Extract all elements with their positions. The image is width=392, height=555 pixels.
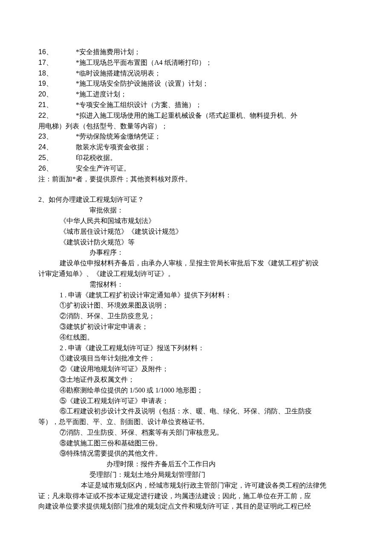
basis-item: 《城市居住设计规范》《建筑设计规范》 — [38, 227, 354, 237]
label-procedure: 办事程序： — [38, 247, 354, 258]
item-number: 20、 — [38, 89, 76, 100]
materials-item: ⑦消防、卫生防疫、环保、档案等有关部门审核意见。 — [38, 427, 354, 438]
item-number: 24、 — [38, 142, 76, 153]
footer-paragraph: 向建设单位要求提供规划部门批准的规划定点文件和规划许可证，其目的是证明此工程已经 — [38, 501, 354, 512]
label-materials: 需报材料： — [38, 279, 354, 290]
list-item: 25、 印花税收据。 — [38, 153, 354, 163]
basis-item: 《中华人民共和国城市规划法》 — [38, 216, 354, 227]
item-text: *专项安全施工组织设计（方案、措施）； — [76, 100, 354, 110]
section-heading: 2、如何办理建设工程规划许可证？ — [38, 195, 354, 205]
list-item: 20、 *施工进度计划； — [38, 89, 354, 100]
item-text: *安全措施费用计划； — [76, 47, 354, 58]
materials-item: ⑤《建设工程规划许可证》申请表； — [38, 396, 354, 407]
item-text: *临时设施搭建情况说明表； — [76, 68, 354, 79]
list-item: 21、 *专项安全施工组织设计（方案、措施）； — [38, 100, 354, 110]
item-text: *拟进入施工现场使用的施工起重机械设备（塔式起重机、物料提升机、外 — [76, 110, 354, 121]
list-item: 16、 *安全措施费用计划； — [38, 47, 354, 58]
item-number: 19、 — [38, 78, 76, 89]
label-basis: 审批依据： — [38, 205, 354, 216]
item-text: *劳动保险统筹金缴纳凭证； — [76, 131, 354, 142]
list-item: 17、 *施工现场总平面布置图（A4 纸清晰打印）； — [38, 58, 354, 68]
item-text: *施工进度计划； — [76, 89, 354, 100]
materials-item: ②《建设用地规划许可证》及附件； — [38, 364, 354, 375]
item-number: 16、 — [38, 47, 76, 58]
item-number: 22、 — [38, 110, 76, 121]
spacer — [38, 184, 354, 195]
item-text: 印花税收据。 — [76, 153, 354, 163]
item-number: 26、 — [38, 163, 76, 174]
note-text: 注：前面加*者，要提供原件；其他资料核对原件。 — [38, 174, 354, 185]
basis-item: 《建筑设计防火规范》等 — [38, 237, 354, 248]
materials-group-heading: 2 . 申请《建设工程规划许可证》报送下列材料： — [38, 343, 354, 354]
item-text: *施工现场总平面布置图（A4 纸清晰打印）； — [76, 58, 354, 68]
list-item: 26、 安全生产许可证。 — [38, 163, 354, 174]
document-page: 16、 *安全措施费用计划； 17、 *施工现场总平面布置图（A4 纸清晰打印）… — [0, 0, 392, 555]
procedure-text: 计审定通知单》、《建设工程规划许可证》。 — [38, 269, 354, 279]
list-item: 23、 *劳动保险统筹金缴纳凭证； — [38, 131, 354, 142]
footer-paragraph: 本证是城市规划区内，经城市规划行政主管部门审定，许可建设各类工程的法律凭 — [38, 480, 354, 491]
item-number: 25、 — [38, 153, 76, 163]
item-continuation: 用电梯）列表（包括型号、数量等内容）； — [38, 121, 354, 132]
time-limit: 办理时限：报件齐备后五个工作日内 — [38, 459, 354, 470]
item-number: 23、 — [38, 131, 76, 142]
materials-group-heading: 1 . 申请《建筑工程扩初设计审定通知单》提供下列材料： — [38, 290, 354, 301]
materials-item: ①扩初设计图、环境效果图及说明； — [38, 300, 354, 311]
item-text: *施工现场安全防护设施搭设（设置）计划； — [76, 78, 354, 89]
materials-item: ⑧建筑施工图三份和基础图三份。 — [38, 438, 354, 449]
materials-item: ③建筑扩初设计审定申请表； — [38, 322, 354, 332]
materials-item: ④红线图。 — [38, 332, 354, 343]
item-number: 21、 — [38, 100, 76, 110]
materials-item: ②消防、环保、卫生防疫意见； — [38, 311, 354, 322]
materials-item: ①建设项目当年计划批准文件； — [38, 353, 354, 364]
department: 受理部门：规划土地分局规划管理部门 — [38, 470, 354, 480]
materials-item-continuation: 等），总平面图、平、立、剖面图、设计单位资格证书。 — [38, 417, 354, 427]
materials-item: ④勘察测绘单位提供的 1/500 或 1/1000 地形图； — [38, 385, 354, 396]
list-item: 22、 *拟进入施工现场使用的施工起重机械设备（塔式起重机、物料提升机、外 — [38, 110, 354, 121]
list-item: 18、 *临时设施搭建情况说明表； — [38, 68, 354, 79]
footer-paragraph: 证；凡未取得本证或不按本证规定进行建设，均属违法建设；因此，施工单位在开工前，应 — [38, 491, 354, 502]
item-text: 安全生产许可证。 — [76, 163, 354, 174]
item-number: 17、 — [38, 58, 76, 68]
item-text: 散装水泥专项资金收据； — [76, 142, 354, 153]
list-item: 19、 *施工现场安全防护设施搭设（设置）计划； — [38, 78, 354, 89]
materials-item: ③土地证件及权属文件； — [38, 375, 354, 385]
list-item: 24、 散装水泥专项资金收据； — [38, 142, 354, 153]
materials-item: ⑨特殊情况需要提供的其他文件。 — [38, 448, 354, 459]
item-number: 18、 — [38, 68, 76, 79]
procedure-text: 建设单位申报材料齐备后，由承办人审核，呈报主管局长审批后下发《建筑工程扩初设 — [38, 258, 354, 269]
materials-item: ⑥工程建设初步设计文件及说明（包括：水、暖、电、绿化、环保、消防、卫生防疫 — [38, 406, 354, 417]
